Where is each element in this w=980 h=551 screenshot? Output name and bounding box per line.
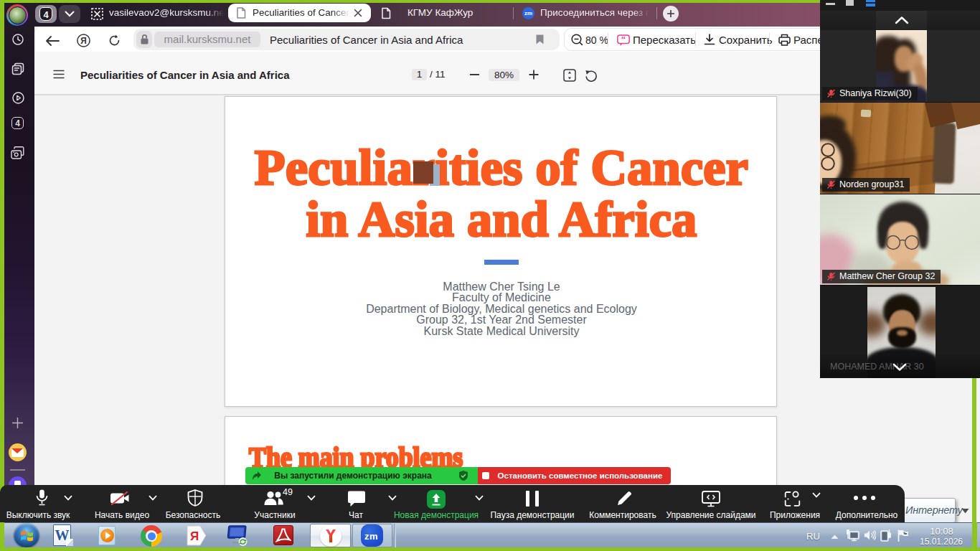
svg-text:R: R (80, 36, 87, 46)
svg-text:“: “ (621, 34, 626, 44)
svg-text:R: R (190, 529, 199, 543)
